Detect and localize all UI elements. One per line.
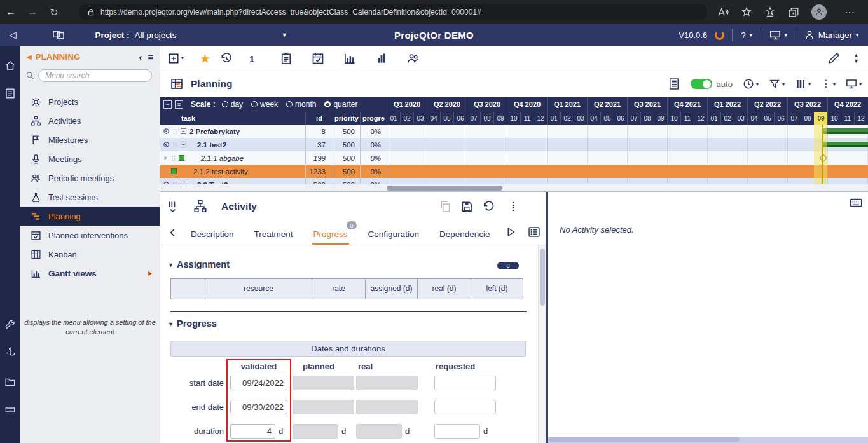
history-icon[interactable] — [220, 52, 233, 65]
address-bar[interactable]: https://demo.projeqtor.org/view/main.php… — [79, 4, 707, 20]
save-icon[interactable] — [460, 200, 473, 213]
read-aloud-icon[interactable] — [717, 6, 729, 18]
scale-radio-week[interactable]: week — [251, 100, 278, 109]
calculator-icon[interactable] — [668, 78, 680, 90]
resources-icon[interactable] — [407, 52, 420, 65]
pencil-icon[interactable] — [827, 52, 840, 65]
grip-icon[interactable] — [172, 141, 178, 149]
help-menu[interactable]: ? ▾ — [732, 29, 761, 41]
time-scale-menu[interactable]: ▾ — [743, 78, 759, 90]
tab-dependencie[interactable]: Dependencie — [438, 229, 492, 245]
tab-progress[interactable]: Progress0 — [312, 229, 349, 245]
header-back-icon[interactable]: ◁ — [9, 29, 17, 41]
collapse-menu-icon[interactable]: ‹ — [139, 51, 142, 62]
tab-description[interactable]: Description — [189, 229, 235, 245]
more-menu[interactable]: ⋮ ▾ — [821, 79, 836, 89]
sidebar-item-test-sessions[interactable]: Test sessions — [20, 187, 160, 207]
task-row[interactable]: 2.1 test2375000% — [160, 138, 868, 151]
column-header-progre[interactable]: progre — [360, 112, 387, 125]
refresh-icon[interactable]: ↻ — [43, 6, 65, 18]
grip-icon[interactable] — [170, 154, 177, 162]
columns-menu[interactable]: ▾ — [795, 78, 811, 90]
sidebar-item-projects[interactable]: Projects — [20, 92, 160, 111]
horizontal-scrollbar[interactable] — [160, 184, 868, 191]
task-row[interactable]: 2.1.1 abgabe1995000% — [160, 151, 868, 165]
display-menu[interactable]: ▾ — [761, 29, 796, 41]
ticket-icon[interactable] — [4, 404, 16, 416]
add-favorite-icon[interactable] — [741, 6, 752, 18]
scale-radio-quarter[interactable]: quarter — [324, 100, 357, 109]
filter-menu[interactable]: ▾ — [769, 78, 785, 90]
tools-icon[interactable] — [4, 319, 16, 331]
horizontal-scrollbar[interactable] — [548, 437, 868, 443]
arrow-down-icon[interactable]: ▼ — [853, 58, 859, 64]
sidebar-item-gantt-views[interactable]: Gantt views — [20, 264, 160, 283]
column-header-task[interactable]: task — [160, 112, 305, 125]
display-options-menu[interactable]: ▾ — [846, 78, 862, 90]
duration-requested-input[interactable] — [434, 424, 480, 439]
tabs-scroll-left-icon[interactable] — [168, 228, 178, 238]
profile-avatar[interactable] — [811, 4, 827, 20]
back-icon[interactable]: ← — [0, 6, 22, 18]
favorites-bar-icon[interactable] — [764, 6, 776, 18]
task-row[interactable]: 2 Prefabrykaty85000% — [160, 125, 868, 138]
gantt-bar[interactable] — [823, 128, 868, 134]
duration-validated-input[interactable] — [230, 424, 275, 439]
sidebar-item-planning[interactable]: Planning — [20, 207, 160, 226]
progress-section-header[interactable]: ▾ Progress — [169, 318, 217, 329]
home-icon[interactable] — [4, 60, 16, 71]
tab-treatment[interactable]: Treatment — [253, 229, 294, 245]
gantt-bar[interactable] — [823, 142, 868, 147]
end-date-requested-input[interactable] — [434, 400, 496, 414]
menu-search-input[interactable] — [38, 69, 152, 82]
task-row[interactable]: 2.2 Test25605000% — [160, 178, 868, 184]
column-header-id[interactable]: id — [305, 112, 333, 125]
new-item-button[interactable]: ▾ — [168, 53, 184, 64]
report-icon[interactable] — [280, 52, 293, 65]
copy-icon[interactable] — [439, 200, 451, 213]
bookmark-star-icon[interactable]: ★ — [200, 51, 210, 65]
scale-radio-day[interactable]: day — [222, 100, 243, 109]
sort-arrows[interactable]: ▲ ▼ — [853, 53, 859, 64]
sidebar-item-planned-interventions[interactable]: Planned interventions — [20, 226, 160, 245]
collections-icon[interactable] — [788, 6, 799, 18]
calendar-check-icon[interactable] — [312, 52, 324, 65]
url-text[interactable]: https://demo.projeqtor.org/view/main.php… — [100, 8, 481, 17]
kebab-icon[interactable] — [507, 201, 519, 212]
undo-icon[interactable] — [482, 200, 495, 213]
scrollbar-thumb[interactable] — [549, 437, 740, 442]
browser-menu-icon[interactable]: ⋯ — [839, 6, 860, 18]
bar-chart-icon[interactable] — [343, 52, 356, 65]
assignment-section-header[interactable]: ▾ Assignment — [169, 259, 230, 269]
form-icon[interactable] — [4, 88, 16, 99]
gantt-milestone-icon[interactable] — [819, 154, 827, 162]
hook-icon[interactable] — [4, 347, 16, 358]
tab-configuration[interactable]: Configuration — [367, 229, 420, 245]
keyboard-shortcuts-icon[interactable] — [849, 196, 863, 210]
expand-all-icon[interactable]: ≡ — [175, 100, 183, 109]
project-selector[interactable]: All projects ▼ — [135, 31, 287, 40]
forward-icon[interactable]: → — [22, 6, 43, 18]
activity-scrollbar[interactable] — [538, 245, 546, 443]
user-menu[interactable]: Manager ▾ — [796, 29, 867, 41]
collapse-all-icon[interactable]: − — [163, 100, 172, 109]
end-date-validated-input[interactable] — [230, 400, 287, 414]
sidebar-item-activities[interactable]: Activities — [20, 111, 160, 130]
sidebar-item-kanban[interactable]: Kanban — [20, 245, 160, 264]
collapse-icon[interactable] — [180, 128, 187, 135]
expand-icon[interactable] — [163, 155, 169, 161]
collapse-icon[interactable] — [180, 141, 187, 148]
sidebar-item-milestones[interactable]: Milestones — [20, 130, 160, 149]
start-date-validated-input[interactable] — [230, 376, 287, 390]
scrollbar-thumb[interactable] — [387, 186, 502, 191]
scale-radio-month[interactable]: month — [286, 100, 316, 109]
sidebar-item-periodic-meetings[interactable]: Periodic meetings — [20, 168, 160, 187]
hamburger-icon[interactable]: ≡ — [148, 51, 153, 62]
tab-list-menu-icon[interactable] — [528, 226, 541, 238]
auto-refresh-toggle[interactable] — [691, 79, 712, 89]
tree-toggle-icon[interactable] — [167, 200, 179, 213]
grip-icon[interactable] — [163, 168, 169, 175]
task-row[interactable]: 2.1.2 test activity12335000% — [160, 165, 868, 178]
grip-icon[interactable] — [172, 128, 178, 135]
sidebar-item-meetings[interactable]: Meetings — [20, 149, 160, 168]
